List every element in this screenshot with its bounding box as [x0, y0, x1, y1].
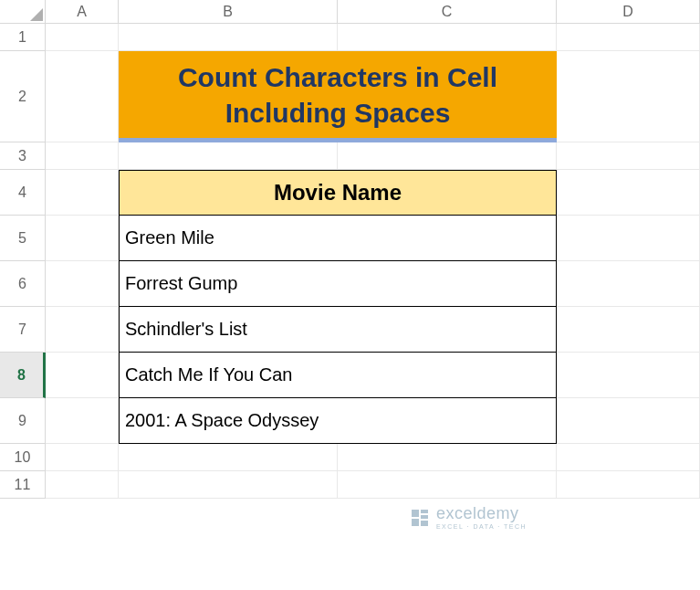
- row-header-11[interactable]: 11: [0, 471, 46, 499]
- watermark: exceldemy EXCEL · DATA · TECH: [409, 505, 527, 530]
- cell-a6[interactable]: [46, 261, 119, 307]
- table-row[interactable]: 2001: A Space Odyssey: [119, 398, 557, 444]
- cell-a2[interactable]: [46, 51, 119, 142]
- cell-b11[interactable]: [119, 471, 338, 499]
- cell-c1[interactable]: [338, 24, 557, 51]
- table-row[interactable]: Schindler's List: [119, 307, 557, 353]
- cell-d6[interactable]: [557, 261, 700, 307]
- cell-a10[interactable]: [46, 444, 119, 471]
- row-header-2[interactable]: 2: [0, 51, 46, 142]
- cell-c3[interactable]: [338, 142, 557, 170]
- cell-d11[interactable]: [557, 471, 700, 499]
- table-row[interactable]: Green Mile: [119, 216, 557, 261]
- row-header-6[interactable]: 6: [0, 261, 46, 307]
- row-header-4[interactable]: 4: [0, 170, 46, 216]
- cell-a5[interactable]: [46, 216, 119, 261]
- cell-d1[interactable]: [557, 24, 700, 51]
- watermark-brand: exceldemy: [436, 505, 527, 522]
- title-merged-cell[interactable]: Count Characters in Cell Including Space…: [119, 51, 557, 142]
- table-row[interactable]: Catch Me If You Can: [119, 353, 557, 398]
- watermark-tagline: EXCEL · DATA · TECH: [436, 523, 527, 530]
- cell-a3[interactable]: [46, 142, 119, 170]
- cell-d7[interactable]: [557, 307, 700, 353]
- row-header-5[interactable]: 5: [0, 216, 46, 261]
- row-header-1[interactable]: 1: [0, 24, 46, 51]
- col-header-c[interactable]: C: [338, 0, 557, 24]
- row-header-10[interactable]: 10: [0, 444, 46, 471]
- row-header-8[interactable]: 8: [0, 353, 46, 398]
- row-header-3[interactable]: 3: [0, 142, 46, 170]
- cell-d9[interactable]: [557, 398, 700, 444]
- col-header-d[interactable]: D: [557, 0, 700, 24]
- col-header-b[interactable]: B: [119, 0, 338, 24]
- cell-a11[interactable]: [46, 471, 119, 499]
- cell-d5[interactable]: [557, 216, 700, 261]
- cell-d4[interactable]: [557, 170, 700, 216]
- cell-d8[interactable]: [557, 353, 700, 398]
- cell-b3[interactable]: [119, 142, 338, 170]
- select-all-corner[interactable]: [0, 0, 46, 24]
- cell-d3[interactable]: [557, 142, 700, 170]
- exceldemy-logo-icon: [409, 507, 431, 529]
- cell-d2[interactable]: [557, 51, 700, 142]
- cell-a8[interactable]: [46, 353, 119, 398]
- cell-a9[interactable]: [46, 398, 119, 444]
- cell-c11[interactable]: [338, 471, 557, 499]
- table-row[interactable]: Forrest Gump: [119, 261, 557, 307]
- row-header-7[interactable]: 7: [0, 307, 46, 353]
- cell-a4[interactable]: [46, 170, 119, 216]
- cell-b1[interactable]: [119, 24, 338, 51]
- cell-a1[interactable]: [46, 24, 119, 51]
- cell-a7[interactable]: [46, 307, 119, 353]
- spreadsheet-grid: A B C D 1 2 3 4 5 6 7 8 9 10 11 Count Ch…: [0, 0, 700, 499]
- col-header-a[interactable]: A: [46, 0, 119, 24]
- cell-b10[interactable]: [119, 444, 338, 471]
- table-header-cell[interactable]: Movie Name: [119, 170, 557, 216]
- row-header-9[interactable]: 9: [0, 398, 46, 444]
- cell-c10[interactable]: [338, 444, 557, 471]
- cell-d10[interactable]: [557, 444, 700, 471]
